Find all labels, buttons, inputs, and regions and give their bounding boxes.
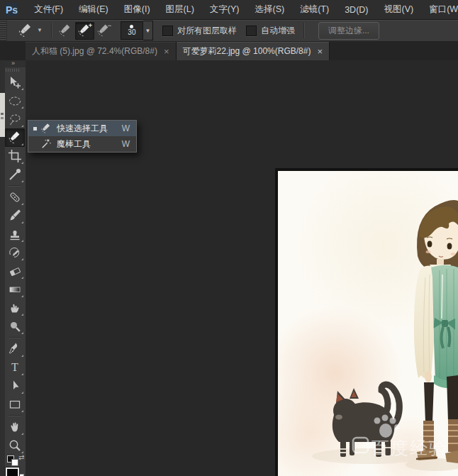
brush-size-picker[interactable]: 30 xyxy=(121,21,143,40)
tool-preset-picker[interactable]: ▼ xyxy=(13,23,48,38)
document-tab-bar: 人和猫 (5).jpg @ 72.4%(RGB/8#) × 可爱萝莉22.jpg… xyxy=(0,42,458,60)
sample-all-layers-checkbox-row[interactable]: 对所有图层取样 xyxy=(162,25,237,37)
swap-arrow-icon: ⇄ xyxy=(18,453,24,461)
tools-panel-grip[interactable] xyxy=(6,69,20,72)
add-to-selection-mode-button[interactable]: + xyxy=(75,22,94,40)
zoom-icon xyxy=(8,438,22,453)
plus-icon: + xyxy=(89,23,92,29)
document-tab-2[interactable]: 可爱萝莉22.jpg @ 100%(RGB/8#) × xyxy=(177,42,330,60)
hand-icon xyxy=(8,420,22,434)
refine-edge-button[interactable]: 调整边缘... xyxy=(318,22,379,40)
menu-edit[interactable]: 编辑(E) xyxy=(71,0,116,19)
tool-eyedropper[interactable] xyxy=(5,165,25,184)
tool-zoom[interactable] xyxy=(5,436,25,455)
workspace: » xyxy=(0,60,458,476)
auto-enhance-label: 自动增强 xyxy=(261,25,295,37)
quick-selection-flyout-menu: 快速选择工具 W 魔棒工具 W xyxy=(28,120,137,153)
tool-spot-healing-brush[interactable] xyxy=(5,188,25,206)
lasso-icon xyxy=(8,112,22,126)
sample-all-layers-checkbox[interactable] xyxy=(162,26,173,36)
tool-path-selection[interactable] xyxy=(5,377,25,395)
tool-clone-stamp[interactable] xyxy=(5,225,25,243)
separator xyxy=(51,23,52,38)
flyout-item-label: 魔棒工具 xyxy=(57,138,122,150)
quick-selection-icon xyxy=(40,123,52,134)
smudge-icon xyxy=(8,301,22,315)
tool-quick-selection[interactable] xyxy=(5,128,25,147)
tool-eraser[interactable] xyxy=(5,262,25,280)
menu-file[interactable]: 文件(F) xyxy=(26,0,71,19)
close-tab-icon[interactable]: × xyxy=(317,47,323,56)
menu-select[interactable]: 选择(S) xyxy=(247,0,293,19)
tool-group-separator xyxy=(9,337,21,338)
minus-icon: − xyxy=(108,23,111,29)
tool-crop[interactable] xyxy=(5,147,25,165)
menu-filter[interactable]: 滤镜(T) xyxy=(292,0,337,19)
gradient-icon xyxy=(8,282,22,297)
tab-title: 人和猫 (5).jpg @ 72.4%(RGB/8#) xyxy=(32,45,157,57)
tool-smudge[interactable] xyxy=(5,299,25,317)
quick-selection-icon xyxy=(8,131,22,145)
options-bar-grip[interactable] xyxy=(0,20,7,41)
chevron-down-icon: ▼ xyxy=(37,28,43,33)
flyout-item-shortcut: W xyxy=(122,123,130,133)
new-selection-mode-button[interactable] xyxy=(56,22,75,40)
crop-icon xyxy=(8,149,22,163)
tool-options-bar: ▼ + − 30 ▼ 对所有图层取样 自动增强 调整边缘... xyxy=(0,20,458,42)
tool-move[interactable] xyxy=(5,73,25,92)
tool-gradient[interactable] xyxy=(5,280,25,299)
edge-sliver-mark xyxy=(1,113,4,115)
type-icon xyxy=(8,360,22,375)
pen-icon xyxy=(8,342,22,356)
dodge-icon xyxy=(8,319,22,333)
tool-hand[interactable] xyxy=(5,418,25,436)
tool-brush[interactable] xyxy=(5,206,25,225)
tool-rectangle[interactable] xyxy=(5,395,25,414)
menu-view[interactable]: 视图(V) xyxy=(376,0,422,19)
watermark-text: 百度经验 xyxy=(372,438,448,458)
menu-type[interactable]: 文字(Y) xyxy=(202,0,247,19)
separator xyxy=(303,23,305,38)
photoshop-window: Ps 文件(F) 编辑(E) 图像(I) 图层(L) 文字(Y) 选择(S) 滤… xyxy=(0,0,458,476)
rectangle-icon xyxy=(8,397,22,411)
menu-3d[interactable]: 3D(D) xyxy=(337,0,376,19)
current-tool-bullet-icon xyxy=(33,127,37,131)
swap-bg-icon xyxy=(11,459,18,466)
flyout-item-shortcut: W xyxy=(122,139,130,149)
foreground-color-swatch[interactable] xyxy=(6,467,19,476)
tool-group-separator xyxy=(9,185,21,187)
flyout-item-magic-wand[interactable]: 魔棒工具 W xyxy=(28,136,136,152)
brush-size-dropdown-arrow[interactable]: ▼ xyxy=(143,21,153,40)
tool-pen[interactable] xyxy=(5,340,25,358)
foreground-background-swatches[interactable] xyxy=(6,467,25,476)
eyedropper-icon xyxy=(8,167,22,182)
history-brush-icon xyxy=(8,245,22,260)
brush-size-value: 30 xyxy=(128,29,135,36)
tab-bar-spacer xyxy=(0,42,26,60)
subtract-from-selection-mode-button[interactable]: − xyxy=(94,22,113,40)
close-tab-icon[interactable]: × xyxy=(164,47,169,56)
document-canvas[interactable]: 百度经验 xyxy=(275,168,458,476)
tool-elliptical-marquee[interactable] xyxy=(5,92,25,110)
tab-title: 可爱萝莉22.jpg @ 100%(RGB/8#) xyxy=(183,45,311,57)
tool-dodge[interactable] xyxy=(5,317,25,336)
tool-group-separator xyxy=(9,415,21,416)
flyout-item-quick-selection[interactable]: 快速选择工具 W xyxy=(28,121,136,136)
tool-lasso[interactable] xyxy=(5,110,25,128)
clone-stamp-icon xyxy=(8,227,22,241)
tool-history-brush[interactable] xyxy=(5,243,25,262)
menu-image[interactable]: 图像(I) xyxy=(116,0,158,19)
menu-layer[interactable]: 图层(L) xyxy=(158,0,202,19)
flyout-item-label: 快速选择工具 xyxy=(57,123,122,135)
eraser-icon xyxy=(8,264,22,278)
auto-enhance-checkbox[interactable] xyxy=(246,26,257,36)
swap-colors-control[interactable]: ⇄ xyxy=(6,455,25,465)
auto-enhance-checkbox-row[interactable]: 自动增强 xyxy=(246,25,295,37)
new-selection-icon xyxy=(58,23,72,38)
menu-window[interactable]: 窗口(W) xyxy=(421,0,458,19)
document-tab-1[interactable]: 人和猫 (5).jpg @ 72.4%(RGB/8#) × xyxy=(26,42,177,60)
magic-wand-icon xyxy=(40,138,52,150)
quick-selection-preset-icon xyxy=(18,23,33,38)
tool-type[interactable] xyxy=(5,358,25,377)
marquee-icon xyxy=(8,94,22,108)
